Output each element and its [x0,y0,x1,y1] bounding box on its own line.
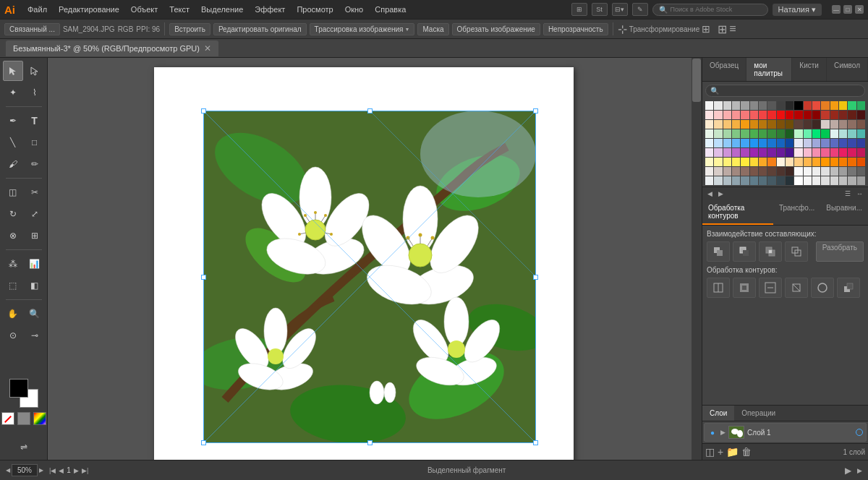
palette-color-swatch[interactable] [741,101,749,110]
play-button[interactable]: ▶ [845,466,851,476]
palette-color-swatch[interactable] [741,167,749,176]
minus-front-button[interactable] [733,241,756,262]
palette-color-swatch[interactable] [767,120,775,129]
zoom-tool[interactable]: 🔍 [25,304,45,324]
palette-color-swatch[interactable] [812,158,820,166]
palette-color-swatch[interactable] [732,176,740,185]
palette-color-swatch[interactable] [786,148,793,157]
palette-color-swatch[interactable] [759,120,767,129]
dissolve-button[interactable]: Разобрать [816,241,864,262]
palette-color-swatch[interactable] [741,139,749,147]
palette-color-swatch[interactable] [786,139,793,147]
palette-color-swatch[interactable] [848,148,856,157]
palette-color-swatch[interactable] [714,120,722,129]
palette-color-swatch[interactable] [723,158,731,166]
close-button[interactable]: ✕ [855,5,864,14]
palette-color-swatch[interactable] [804,139,812,147]
pen-tool[interactable]: ✒ [3,111,23,131]
palette-color-swatch[interactable] [794,120,802,129]
lasso-tool[interactable]: ⌇ [25,82,45,103]
palette-color-swatch[interactable] [767,148,775,157]
palette-color-swatch[interactable] [705,101,713,110]
palette-prev-icon[interactable]: ◀ [705,189,715,198]
palette-color-swatch[interactable] [839,139,847,147]
merge-button[interactable] [759,278,782,298]
palette-color-swatch[interactable] [759,101,767,110]
crop-path-button[interactable] [785,278,808,298]
palette-color-swatch[interactable] [830,111,838,119]
palette-color-swatch[interactable] [804,148,812,157]
line-tool[interactable]: ╲ [3,132,23,153]
palette-color-swatch[interactable] [821,176,829,185]
palette-color-swatch[interactable] [794,101,802,110]
last-page-icon[interactable]: ▶| [82,467,88,474]
minimize-button[interactable]: — [832,5,841,14]
palette-color-swatch[interactable] [714,158,722,166]
palette-color-swatch[interactable] [848,111,856,119]
embed-button[interactable]: Встроить [169,23,210,35]
palette-color-swatch[interactable] [723,111,731,119]
palette-color-swatch[interactable] [759,167,767,176]
palette-color-swatch[interactable] [812,111,820,119]
minus-back-button[interactable] [837,278,860,298]
reflect-tool[interactable]: ⇌ [6,437,42,457]
palette-color-swatch[interactable] [821,158,829,166]
palette-color-swatch[interactable] [830,158,838,166]
column-graph-tool[interactable]: 📊 [25,254,45,274]
type-tool[interactable]: T [25,111,45,131]
palette-color-swatch[interactable] [812,120,820,129]
palette-color-swatch[interactable] [732,111,740,119]
maximize-button[interactable]: □ [843,5,852,14]
palette-color-swatch[interactable] [848,120,856,129]
gray-swatch[interactable] [17,412,30,425]
palette-color-swatch[interactable] [705,167,713,176]
palette-color-swatch[interactable] [750,158,758,166]
palette-color-swatch[interactable] [830,129,838,138]
trim-button[interactable] [733,278,756,298]
palette-color-swatch[interactable] [714,101,722,110]
palette-color-swatch[interactable] [767,167,775,176]
layer-expand-arrow[interactable]: ▶ [720,429,726,436]
palette-color-swatch[interactable] [839,167,847,176]
palette-color-swatch[interactable] [777,129,785,138]
palette-color-swatch[interactable] [848,129,856,138]
palette-color-swatch[interactable] [741,158,749,166]
palette-color-swatch[interactable] [786,158,793,166]
palette-color-swatch[interactable] [723,101,731,110]
rect-tool[interactable]: □ [25,132,45,153]
palette-color-swatch[interactable] [857,120,865,129]
palette-color-swatch[interactable] [857,129,865,138]
status-arrow[interactable]: ▶ [857,467,862,474]
palette-color-swatch[interactable] [839,120,847,129]
palette-color-swatch[interactable] [786,101,793,110]
slice-tool[interactable]: ◧ [25,275,45,296]
palette-next-icon[interactable]: ▶ [716,189,726,198]
palette-color-swatch[interactable] [759,139,767,147]
palette-color-swatch[interactable] [732,101,740,110]
fg-bg-color-selector[interactable] [9,379,38,408]
palette-color-swatch[interactable] [723,176,731,185]
palette-color-swatch[interactable] [767,129,775,138]
palette-color-swatch[interactable] [741,111,749,119]
palette-color-swatch[interactable] [777,158,785,166]
palette-color-swatch[interactable] [759,158,767,166]
palette-color-swatch[interactable] [857,111,865,119]
palette-color-swatch[interactable] [786,167,793,176]
direct-select-tool[interactable] [25,61,45,81]
palette-color-swatch[interactable] [812,167,820,176]
select-tool[interactable] [3,61,23,81]
palette-color-swatch[interactable] [777,101,785,110]
first-page-icon[interactable]: |◀ [49,467,56,474]
palette-color-swatch[interactable] [750,111,758,119]
palette-color-swatch[interactable] [714,111,722,119]
tab-my-palettes[interactable]: мои палитры [746,58,792,81]
palette-color-swatch[interactable] [821,129,829,138]
layers-add-icon[interactable]: + [718,446,723,458]
palette-color-swatch[interactable] [714,139,722,147]
palette-color-swatch[interactable] [750,167,758,176]
palette-color-swatch[interactable] [804,129,812,138]
palette-color-swatch[interactable] [777,176,785,185]
gradient-swatch[interactable] [33,412,46,425]
palette-color-swatch[interactable] [705,111,713,119]
scissors-tool[interactable]: ✂ [25,182,45,202]
